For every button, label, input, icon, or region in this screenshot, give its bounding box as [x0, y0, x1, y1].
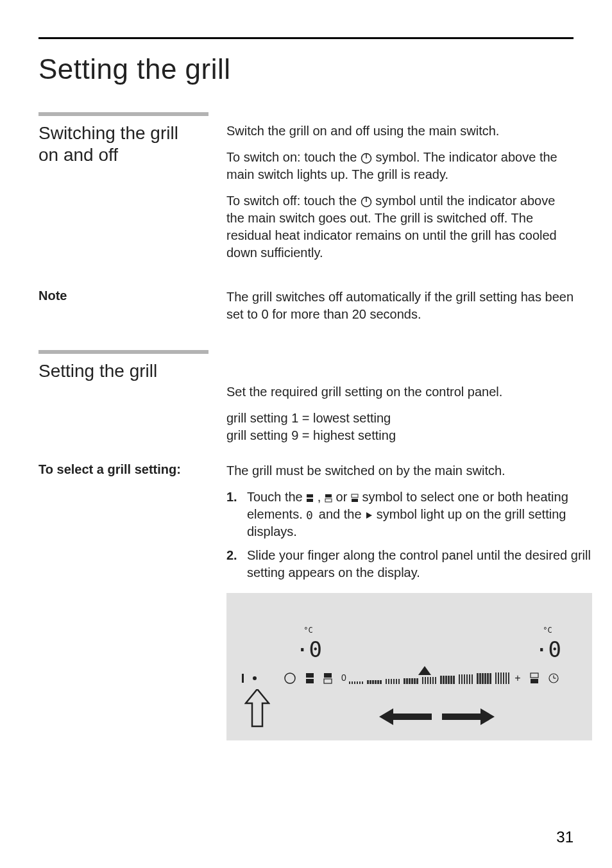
step-1: 1. Touch the , or symbol to select one o… [226, 488, 592, 540]
switch-intro: Switch the grill on and off using the ma… [226, 122, 574, 140]
indicator-dot-icon [253, 676, 257, 680]
svg-marker-24 [442, 708, 495, 725]
slider-tick [503, 672, 505, 684]
slider-tick [362, 681, 364, 684]
slider-tick [375, 680, 377, 684]
setting-high: grill setting 9 = highest setting [226, 427, 574, 444]
step-1-body: Touch the , or symbol to select one or b… [247, 488, 592, 540]
slider-tick [498, 672, 500, 684]
slider-tick [450, 676, 452, 684]
step-2: 2. Slide your finger along the control p… [226, 547, 592, 581]
slider-tick [479, 673, 481, 684]
section-heading-setting: Setting the grill [38, 360, 208, 382]
slider-tick [432, 677, 434, 684]
slider-tick [500, 672, 502, 684]
slider-tick [461, 674, 463, 684]
slider-tick [477, 673, 479, 684]
step-2-number: 2. [226, 547, 241, 581]
svg-marker-22 [246, 689, 269, 726]
svg-rect-14 [306, 679, 314, 683]
slider-tick [372, 680, 374, 684]
section-rule [38, 112, 208, 116]
clock-icon [548, 672, 559, 684]
svg-text:0: 0 [306, 510, 313, 521]
slider-track: 0 + [341, 671, 521, 685]
segment-left: 0 [296, 635, 321, 665]
svg-rect-5 [307, 499, 313, 502]
slider-tick [425, 677, 427, 684]
svg-rect-18 [531, 679, 538, 683]
slider-tick [414, 678, 416, 684]
svg-rect-16 [324, 679, 332, 683]
slider-tick [422, 677, 424, 684]
slider-tick [430, 677, 432, 684]
slider-tick [398, 679, 400, 684]
note-body: The grill switches off automatically if … [226, 288, 574, 323]
slider-tick [495, 672, 497, 684]
slider-tick [443, 676, 445, 684]
svg-rect-15 [324, 673, 332, 678]
slider-tick [440, 676, 442, 684]
slider-tick [459, 674, 461, 684]
zone-top-icon [323, 672, 332, 684]
svg-rect-8 [352, 494, 358, 497]
slider-ticks [349, 672, 510, 684]
slider-tick [453, 676, 455, 684]
arrow-left-right-icon [379, 707, 495, 726]
slider-tick [435, 677, 437, 684]
svg-marker-23 [379, 708, 432, 725]
control-panel-figure: °C 0 °C 0 [226, 593, 592, 740]
digit-zero-icon: 0 [306, 510, 315, 521]
slider-tick [469, 674, 471, 684]
page-title: Setting the grill [38, 53, 574, 85]
svg-rect-9 [352, 499, 358, 502]
setting-intro: Set the required grill setting on the co… [226, 383, 574, 401]
heading-line-1: Switching the grill [38, 123, 178, 143]
setting-low: grill setting 1 = lowest setting [226, 410, 574, 427]
slider-tick [445, 676, 447, 684]
slider-tick [352, 681, 353, 684]
switch-off-text: To switch off: touch the symbol until th… [226, 192, 574, 262]
slider-tick [377, 680, 379, 684]
slider-tick [464, 674, 466, 684]
slider-tick [357, 681, 359, 684]
slider-plus-label: + [514, 671, 520, 685]
slider-tick [404, 678, 405, 684]
arrow-up-icon [244, 689, 270, 728]
slider-tick [391, 679, 393, 684]
segment-right: 0 [535, 635, 560, 665]
slider-tick [386, 679, 387, 684]
note-label: Note [38, 288, 208, 303]
indicator-on-icon [242, 674, 244, 683]
step-2-body: Slide your finger along the control pane… [247, 547, 592, 581]
svg-marker-11 [366, 512, 372, 519]
slider-tick [416, 678, 418, 684]
section-heading-switching: Switching the grill on and off [38, 122, 208, 165]
zone-both-icon [305, 672, 314, 684]
slider-tick [409, 678, 411, 684]
slider-tick [487, 673, 489, 684]
svg-rect-7 [325, 499, 332, 502]
power-icon [361, 153, 372, 164]
unit-label: °C [296, 625, 321, 635]
slider-tick [427, 677, 429, 684]
zone-bottom-icon [530, 672, 539, 684]
svg-point-12 [285, 673, 295, 683]
slider-tick [370, 680, 371, 684]
step-1-number: 1. [226, 488, 241, 540]
slider-tick [396, 679, 398, 684]
zone-top-icon [325, 494, 332, 503]
slider-tick [406, 678, 408, 684]
select-heading: To select a grill setting: [38, 462, 208, 477]
slider-tick [367, 680, 369, 684]
slider-tick [508, 672, 510, 684]
slider-tick [466, 674, 468, 684]
slider-tick [448, 676, 450, 684]
switch-on-text: To switch on: touch the symbol. The indi… [226, 149, 574, 183]
zone-bottom-icon [351, 494, 359, 503]
slider-tick [489, 673, 491, 684]
slider-cursor-icon [418, 666, 431, 675]
display-right: °C 0 [535, 625, 560, 665]
zone-both-icon [306, 494, 314, 503]
heading-line-2: on and off [38, 145, 118, 165]
